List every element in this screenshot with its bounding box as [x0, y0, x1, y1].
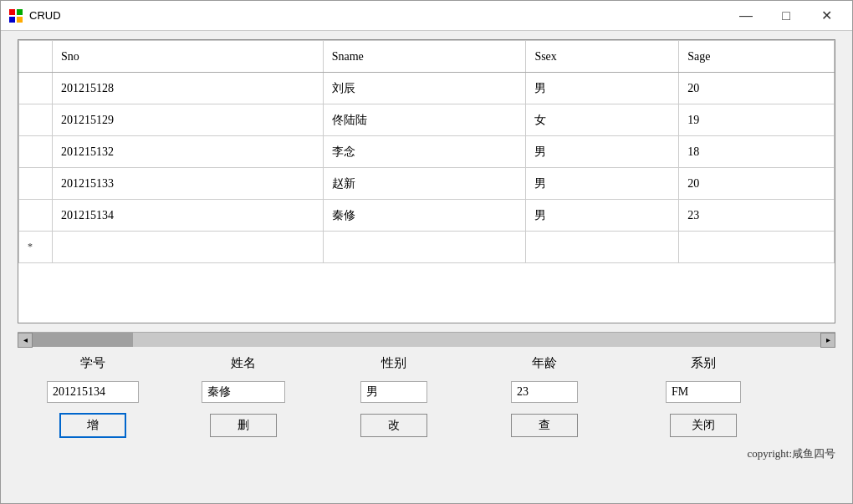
input-cell-ssex [319, 381, 469, 403]
title-bar: CRUD — □ ✕ [1, 1, 852, 31]
modify-button[interactable]: 改 [360, 414, 427, 437]
window-title: CRUD [29, 9, 727, 22]
table-row[interactable]: 201215133赵新男20 [19, 168, 835, 200]
table-row[interactable]: 201215132李念男18 [19, 136, 835, 168]
table-cell-0 [19, 104, 53, 136]
table-cell-3: 男 [526, 168, 679, 200]
close-button[interactable]: 关闭 [670, 414, 737, 437]
table-cell-3: 男 [526, 200, 679, 232]
col-header-sage: Sage [679, 41, 835, 73]
table-cell-0 [19, 168, 53, 200]
table-row[interactable]: 201215128刘辰男20 [19, 73, 835, 104]
btn-cell-close: 关闭 [620, 413, 787, 438]
table-cell-2: 刘辰 [323, 73, 526, 104]
table-cell-0 [19, 200, 53, 232]
data-table-container: Sno Sname Ssex Sage 201215128刘辰男20201215… [18, 39, 835, 323]
ssex-input[interactable] [360, 381, 427, 403]
table-scroll-area[interactable]: Sno Sname Ssex Sage 201215128刘辰男20201215… [18, 40, 835, 323]
table-cell-2: 赵新 [323, 168, 526, 200]
delete-button[interactable]: 删 [210, 414, 277, 437]
table-header-row: Sno Sname Ssex Sage [19, 41, 835, 73]
scroll-thumb[interactable] [33, 333, 133, 347]
form-inputs-row [18, 381, 835, 403]
table-cell-0: * [19, 232, 53, 263]
label-sage: 年龄 [469, 355, 620, 371]
btn-cell-query: 查 [469, 413, 620, 438]
window-controls: — □ ✕ [727, 4, 845, 28]
horizontal-scrollbar[interactable]: ◂ ▸ [18, 332, 835, 347]
input-cell-sname [168, 381, 319, 403]
table-cell-3: 男 [526, 73, 679, 104]
col-header-marker [19, 41, 53, 73]
svg-rect-3 [17, 17, 23, 23]
data-table: Sno Sname Ssex Sage 201215128刘辰男20201215… [18, 40, 835, 263]
svg-rect-1 [17, 9, 23, 15]
main-window: CRUD — □ ✕ Sno Sname Ssex Sage [0, 0, 853, 504]
table-cell-3 [526, 232, 679, 263]
form-area: 学号 姓名 性别 年龄 系别 [18, 355, 835, 438]
sdept-input[interactable] [666, 381, 741, 403]
table-cell-1: 201215132 [53, 136, 324, 168]
col-header-ssex: Ssex [526, 41, 679, 73]
table-cell-4: 18 [679, 136, 835, 168]
svg-rect-2 [9, 17, 15, 23]
table-row[interactable]: 201215134秦修男23 [19, 200, 835, 232]
close-window-button[interactable]: ✕ [807, 4, 845, 28]
table-cell-4 [679, 232, 835, 263]
sage-input[interactable] [511, 381, 578, 403]
table-cell-1: 201215133 [53, 168, 324, 200]
form-buttons-row: 增 删 改 查 关闭 [18, 413, 835, 438]
table-cell-2: 秦修 [323, 200, 526, 232]
main-content: Sno Sname Ssex Sage 201215128刘辰男20201215… [1, 31, 852, 503]
btn-cell-mod: 改 [319, 413, 469, 438]
form-labels-row: 学号 姓名 性别 年龄 系别 [18, 355, 835, 371]
col-header-sno: Sno [53, 41, 324, 73]
query-button[interactable]: 查 [511, 414, 578, 437]
input-cell-sno [18, 381, 168, 403]
table-row[interactable]: 201215129佟陆陆女19 [19, 104, 835, 136]
table-cell-2: 佟陆陆 [323, 104, 526, 136]
table-cell-2: 李念 [323, 136, 526, 168]
table-cell-4: 19 [679, 104, 835, 136]
label-sdept: 系别 [620, 355, 787, 371]
input-cell-sdept [620, 381, 787, 403]
add-button[interactable]: 增 [59, 413, 126, 438]
table-cell-1 [53, 232, 324, 263]
btn-cell-add: 增 [18, 413, 168, 438]
svg-rect-0 [9, 9, 15, 15]
table-cell-2 [323, 232, 526, 263]
input-cell-sage [469, 381, 620, 403]
table-cell-4: 20 [679, 168, 835, 200]
btn-cell-del: 删 [168, 413, 319, 438]
label-sno: 学号 [18, 355, 168, 371]
table-cell-1: 201215129 [53, 104, 324, 136]
scroll-track[interactable] [33, 333, 820, 347]
maximize-button[interactable]: □ [767, 4, 805, 28]
table-cell-3: 男 [526, 136, 679, 168]
copyright-text: copyright:咸鱼四号 [18, 446, 835, 461]
table-cell-0 [19, 136, 53, 168]
label-ssex: 性别 [319, 355, 469, 371]
scroll-left-button[interactable]: ◂ [18, 333, 33, 348]
table-cell-4: 23 [679, 200, 835, 232]
table-cell-1: 201215128 [53, 73, 324, 104]
table-cell-1: 201215134 [53, 200, 324, 232]
minimize-button[interactable]: — [727, 4, 765, 28]
sno-input[interactable] [47, 381, 139, 403]
sname-input[interactable] [202, 381, 285, 403]
col-header-sname: Sname [323, 41, 526, 73]
scroll-right-button[interactable]: ▸ [820, 333, 835, 348]
table-cell-4: 20 [679, 73, 835, 104]
table-cell-3: 女 [526, 104, 679, 136]
app-icon [8, 8, 24, 24]
table-row[interactable]: * [19, 232, 835, 263]
label-sname: 姓名 [168, 355, 319, 371]
table-cell-0 [19, 73, 53, 104]
